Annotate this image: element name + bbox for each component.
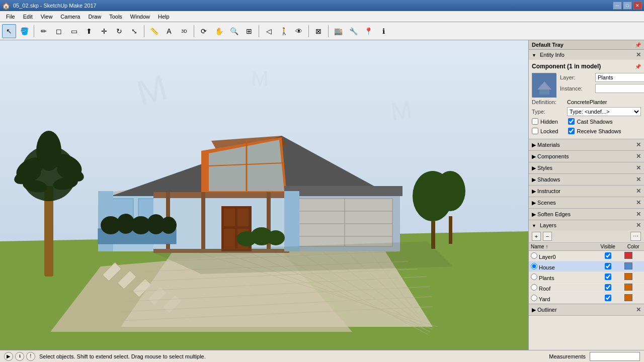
layer-row: Layer: Plants Layer0 House Roof Yard xyxy=(560,73,644,82)
paint-bucket-button[interactable]: 🪣 xyxy=(17,24,31,38)
scenes-header[interactable]: ▶ Scenes ✕ xyxy=(529,197,644,208)
measurements-input[interactable] xyxy=(590,352,640,361)
menu-tools[interactable]: Tools xyxy=(105,13,126,21)
maximize-button[interactable]: □ xyxy=(623,2,632,10)
layer-color-swatch-house[interactable] xyxy=(624,262,632,269)
menu-draw[interactable]: Draw xyxy=(84,13,105,21)
scale-button[interactable]: ⤡ xyxy=(127,24,141,38)
viewport[interactable]: M M M xyxy=(0,40,528,350)
soften-edges-close-icon[interactable]: ✕ xyxy=(636,211,641,218)
layer-radio-yard[interactable] xyxy=(531,295,537,301)
layer-select[interactable]: Plants Layer0 House Roof Yard xyxy=(595,73,644,82)
layer-color-cell[interactable] xyxy=(622,293,644,304)
warehouse-button[interactable]: 🏬 xyxy=(331,24,345,38)
styles-header[interactable]: ▶ Styles ✕ xyxy=(529,162,644,173)
materials-header[interactable]: ▶ Materials ✕ xyxy=(529,139,644,150)
select-tool-button[interactable]: ↖ xyxy=(2,24,16,38)
layer-radio-roof[interactable] xyxy=(531,284,537,291)
move-button[interactable]: ✛ xyxy=(97,24,111,38)
minimize-button[interactable]: ─ xyxy=(613,2,622,10)
zoom-button[interactable]: 🔍 xyxy=(227,24,241,38)
table-row[interactable]: Layer0 xyxy=(529,251,644,261)
materials-close-icon[interactable]: ✕ xyxy=(636,141,641,148)
menu-help[interactable]: Help xyxy=(154,13,174,21)
push-pull-button[interactable]: ⬆ xyxy=(82,24,96,38)
layer-name-text: Yard xyxy=(539,296,550,302)
layer-radio-house[interactable] xyxy=(531,263,537,269)
layers-header[interactable]: ▼ Layers ✕ xyxy=(529,220,644,230)
tray-pin-icon[interactable]: 📌 xyxy=(635,42,641,48)
text-button[interactable]: A xyxy=(162,24,176,38)
zoom-extents-button[interactable]: ⊞ xyxy=(242,24,256,38)
type-select[interactable]: Type: <undef...> xyxy=(567,107,641,116)
layer-color-swatch-layer0[interactable] xyxy=(624,252,632,259)
instance-input[interactable] xyxy=(595,84,644,93)
shadows-header[interactable]: ▶ Shadows ✕ xyxy=(529,174,644,185)
menu-window[interactable]: Window xyxy=(126,13,154,21)
layer-radio-layer0[interactable] xyxy=(531,252,537,259)
add-location-button[interactable]: 📍 xyxy=(361,24,375,38)
table-row[interactable]: Plants xyxy=(529,272,644,283)
model-info-button[interactable]: ℹ xyxy=(376,24,390,38)
table-row[interactable]: House xyxy=(529,261,644,272)
section-plane-button[interactable]: ⊠ xyxy=(311,24,326,38)
entity-info-close-icon[interactable]: ✕ xyxy=(636,51,641,58)
shadows-close-icon[interactable]: ✕ xyxy=(636,176,641,183)
menu-file[interactable]: File xyxy=(2,13,19,21)
components-section: ▶ Components ✕ xyxy=(529,151,644,162)
layer-visible-checkbox-plants[interactable] xyxy=(605,274,611,280)
pan-button[interactable]: ✋ xyxy=(212,24,226,38)
pencil-button[interactable]: ✏ xyxy=(37,24,51,38)
outliner-close-icon[interactable]: ✕ xyxy=(636,306,641,313)
tape-measure-button[interactable]: 📏 xyxy=(147,24,161,38)
orbit-button[interactable]: ⟳ xyxy=(197,24,211,38)
hidden-checkbox[interactable] xyxy=(532,118,538,125)
layers-close-icon[interactable]: ✕ xyxy=(636,222,641,229)
3d-text-button[interactable]: 3D xyxy=(177,24,191,38)
previous-view-button[interactable]: ◁ xyxy=(262,24,276,38)
layer-visible-checkbox-house[interactable] xyxy=(605,263,611,269)
layer-color-swatch-yard[interactable] xyxy=(624,294,632,301)
table-row[interactable]: Roof xyxy=(529,283,644,293)
layer-radio-plants[interactable] xyxy=(531,274,537,280)
layer-color-swatch-plants[interactable] xyxy=(624,273,632,280)
components-close-icon[interactable]: ✕ xyxy=(636,153,641,160)
entity-info-pin-icon[interactable]: 📌 xyxy=(635,64,641,69)
locked-checkbox[interactable] xyxy=(532,128,538,134)
remove-layer-button[interactable]: − xyxy=(543,232,552,241)
layer-color-cell[interactable] xyxy=(622,272,644,283)
menu-camera[interactable]: Camera xyxy=(56,13,84,21)
menu-view[interactable]: View xyxy=(37,13,57,21)
layer-color-swatch-roof[interactable] xyxy=(624,284,632,291)
layer-visible-checkbox-roof[interactable] xyxy=(605,284,611,291)
scenes-close-icon[interactable]: ✕ xyxy=(636,199,641,206)
outliner-header[interactable]: ▶ Outliner ✕ xyxy=(529,304,644,315)
rotate-button[interactable]: ↻ xyxy=(112,24,126,38)
layer-visible-checkbox-yard[interactable] xyxy=(605,295,611,301)
shapes-button[interactable]: ▭ xyxy=(67,24,81,38)
components-header[interactable]: ▶ Components ✕ xyxy=(529,151,644,162)
close-button[interactable]: ✕ xyxy=(633,2,642,10)
styles-close-icon[interactable]: ✕ xyxy=(636,164,641,171)
layers-name-col-header[interactable]: Name ↑ xyxy=(529,243,593,251)
soften-edges-header[interactable]: ▶ Soften Edges ✕ xyxy=(529,209,644,220)
add-layer-button[interactable]: + xyxy=(532,232,541,241)
entity-info-header[interactable]: ▼ Entity Info ✕ xyxy=(529,50,644,60)
instructor-header[interactable]: ▶ Instructor ✕ xyxy=(529,186,644,197)
receive-shadows-checkbox[interactable] xyxy=(568,128,575,134)
instructor-close-icon[interactable]: ✕ xyxy=(636,188,641,195)
layer-details-button[interactable]: ⋯ xyxy=(630,232,641,241)
table-row[interactable]: Yard xyxy=(529,293,644,304)
menu-edit[interactable]: Edit xyxy=(19,13,37,21)
cast-shadows-checkbox[interactable] xyxy=(568,118,575,125)
look-around-button[interactable]: 👁 xyxy=(292,24,306,38)
extension-warehouse-button[interactable]: 🔧 xyxy=(346,24,360,38)
entity-fields: Layer: Plants Layer0 House Roof Yard Ins… xyxy=(560,73,644,95)
layer-visible-checkbox-layer0[interactable] xyxy=(605,252,611,259)
svg-text:人人素材: 人人素材 xyxy=(218,349,275,350)
walk-button[interactable]: 🚶 xyxy=(277,24,291,38)
layer-color-cell[interactable] xyxy=(622,283,644,293)
layer-color-cell[interactable] xyxy=(622,251,644,261)
eraser-button[interactable]: ◻ xyxy=(52,24,66,38)
layer-color-cell[interactable] xyxy=(622,261,644,272)
